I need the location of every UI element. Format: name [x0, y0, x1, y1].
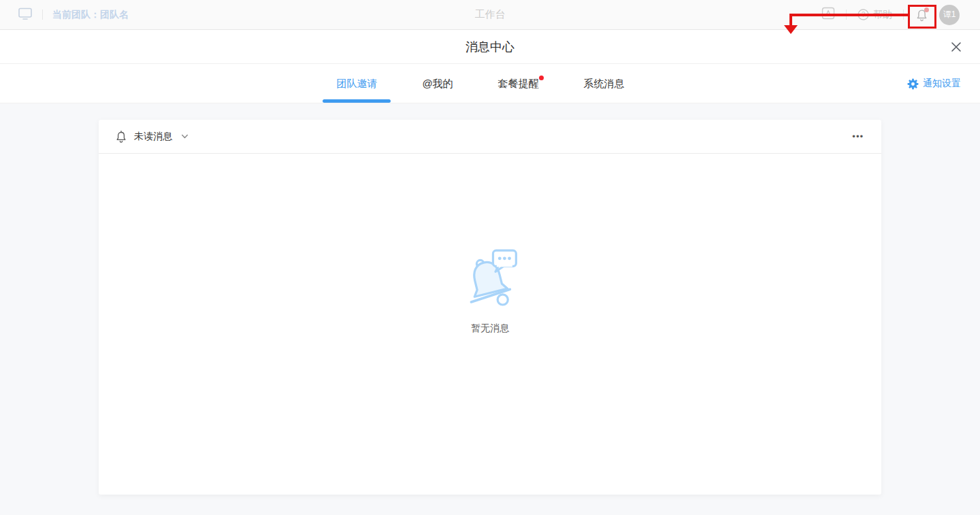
- card-header: 未读消息 •••: [99, 120, 881, 154]
- page-title: 消息中心: [466, 39, 514, 55]
- monitor-icon[interactable]: [18, 6, 33, 23]
- speech-bubble: [493, 250, 516, 271]
- tab-system-messages[interactable]: 系统消息: [570, 64, 638, 103]
- current-team-label: 当前团队：团队名: [52, 9, 129, 21]
- tab-plan-reminders[interactable]: 套餐提醒: [485, 64, 553, 103]
- tab-label: 系统消息: [584, 78, 625, 89]
- annotation-highlight-box: [908, 5, 936, 29]
- notification-settings-button[interactable]: 通知设置: [907, 64, 961, 103]
- bell-icon: [115, 130, 127, 144]
- filter-label: 未读消息: [134, 131, 172, 143]
- more-icon[interactable]: •••: [851, 129, 865, 144]
- message-filter-dropdown[interactable]: 未读消息: [115, 130, 189, 144]
- notification-settings-label: 通知设置: [923, 78, 961, 90]
- annotation-arrow-shaft: [789, 14, 792, 26]
- tab-mentions[interactable]: @我的: [408, 64, 466, 103]
- tab-label: 团队邀请: [336, 78, 377, 89]
- empty-state: 暂无消息: [99, 154, 881, 335]
- close-icon: [950, 41, 962, 53]
- chevron-down-icon: [180, 132, 189, 141]
- empty-messages-illustration: [462, 248, 518, 312]
- tab-team-invitations[interactable]: 团队邀请: [323, 64, 391, 103]
- annotation-arrow-line: [789, 14, 909, 16]
- annotation-arrowhead: [784, 25, 798, 34]
- active-tab-underline: [323, 99, 391, 103]
- message-center-modal: 消息中心 团队邀请 @我的 套餐提醒 系统消息: [0, 30, 980, 515]
- divider: [42, 10, 43, 20]
- gear-icon: [907, 78, 919, 90]
- tabs-bar: 团队邀请 @我的 套餐提醒 系统消息: [0, 64, 980, 103]
- tabs: 团队邀请 @我的 套餐提醒 系统消息: [323, 64, 638, 103]
- empty-state-text: 暂无消息: [471, 322, 509, 335]
- close-button[interactable]: [949, 39, 964, 54]
- tab-label: @我的: [422, 78, 453, 89]
- avatar[interactable]: 谭1: [939, 5, 960, 25]
- modal-content: 未读消息 •••: [0, 103, 980, 515]
- workspace-title: 工作台: [475, 8, 506, 21]
- unread-badge-dot: [539, 76, 544, 80]
- messages-card: 未读消息 •••: [99, 120, 881, 495]
- topbar-left: 当前团队：团队名: [18, 6, 129, 23]
- tab-label: 套餐提醒: [498, 78, 539, 89]
- modal-header: 消息中心: [0, 30, 980, 64]
